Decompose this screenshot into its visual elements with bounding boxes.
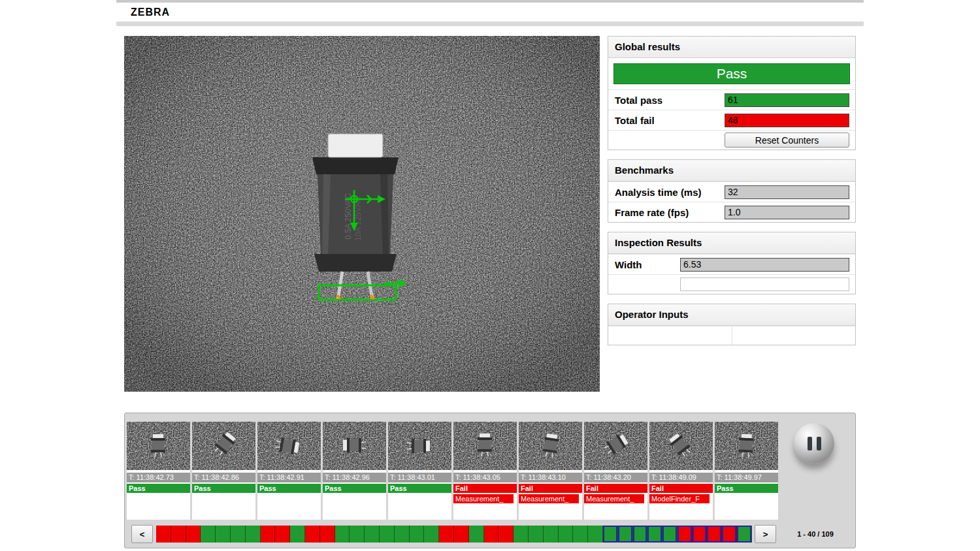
strip-segment[interactable] xyxy=(261,526,276,543)
strip-segment[interactable] xyxy=(171,526,186,543)
strip-segment[interactable] xyxy=(544,526,559,543)
camera-image: 0.5A 250VAC 10A 125VAC xyxy=(124,36,600,392)
inspection-results-title: Inspection Results xyxy=(608,232,855,254)
strip-segment[interactable] xyxy=(365,526,380,543)
inspection-results-section: Inspection Results Width 6.53 xyxy=(608,232,856,294)
strip-segment[interactable] xyxy=(201,526,216,543)
thumbnail-image xyxy=(257,422,321,470)
strip-segment[interactable] xyxy=(618,526,633,543)
strip-segment[interactable] xyxy=(498,526,514,543)
strip-segment[interactable] xyxy=(320,526,335,543)
thumbnail-image xyxy=(127,422,190,470)
total-pass-label: Total pass xyxy=(608,95,725,106)
thumbnail-image xyxy=(388,422,451,470)
strip-segment[interactable] xyxy=(439,526,454,543)
thumbnail-item[interactable]: T: 11:38:43.05 Fail Measurement_ xyxy=(453,422,517,520)
prev-page-button[interactable]: < xyxy=(131,525,153,543)
frame-rate-value: 1.0 xyxy=(725,206,849,219)
brand-bar: ZEBRA xyxy=(116,3,864,22)
thumbnail-timestamp: T: 11:38:42.96 xyxy=(323,473,386,482)
strip-segment[interactable] xyxy=(662,526,678,543)
analysis-time-label: Analysis time (ms) xyxy=(608,187,725,198)
strip-segment[interactable] xyxy=(305,526,320,543)
strip-segment[interactable] xyxy=(216,526,231,543)
result-history-strip xyxy=(156,526,752,543)
thumbnail-item[interactable]: T: 11:38:49.09 Fail ModelFinder_F xyxy=(649,422,713,520)
strip-segment[interactable] xyxy=(186,526,201,543)
thumbnail-timestamp: T: 11:38:43.05 xyxy=(453,473,517,482)
strip-segment[interactable] xyxy=(737,526,752,543)
thumbnail-fail-detail: Measurement_ xyxy=(584,494,644,503)
analysis-time-value: 32 xyxy=(725,185,849,199)
strip-segment[interactable] xyxy=(529,526,544,543)
strip-segment[interactable] xyxy=(484,526,499,543)
width-label: Width xyxy=(608,259,680,270)
thumbnail-timestamp: T: 11:38:42.73 xyxy=(127,473,190,482)
thumbnail-timestamp: T: 11:38:49.97 xyxy=(715,473,778,482)
thumbnail-timestamp: T: 11:38:43.01 xyxy=(388,473,451,482)
thumbnail-item[interactable]: T: 11:38:43.10 Fail Measurement_ xyxy=(519,422,582,520)
thumbnail-item[interactable]: T: 11:38:42.91 Pass xyxy=(257,422,321,520)
strip-segment[interactable] xyxy=(275,526,290,543)
strip-segment[interactable] xyxy=(693,526,708,543)
thumbnail-timestamp: T: 11:38:43.20 xyxy=(584,473,647,482)
strip-segment[interactable] xyxy=(707,526,722,543)
thumbnail-image xyxy=(192,422,255,470)
thumbnail-timestamp: T: 11:38:42.86 xyxy=(192,473,255,482)
strip-segment[interactable] xyxy=(335,526,350,543)
strip-segment[interactable] xyxy=(588,526,603,543)
pause-icon xyxy=(817,437,821,450)
frame-rate-label: Frame rate (fps) xyxy=(608,207,725,218)
thumbnail-image xyxy=(519,422,582,470)
strip-segment[interactable] xyxy=(156,526,171,543)
thumbnail-image xyxy=(453,422,517,470)
total-fail-label: Total fail xyxy=(608,115,725,126)
strip-segment[interactable] xyxy=(633,526,648,543)
thumbnail-status: Fail xyxy=(649,484,713,493)
strip-segment[interactable] xyxy=(350,526,365,543)
strip-segment[interactable] xyxy=(647,526,662,543)
thumbnail-item[interactable]: T: 11:38:43.20 Fail Measurement_ xyxy=(584,422,647,520)
thumbnail-status: Pass xyxy=(257,484,321,493)
app-window: ZEBRA xyxy=(0,0,980,551)
operator-input-cell-1 xyxy=(608,326,732,345)
thumbnail-status: Pass xyxy=(192,484,255,493)
strip-segment[interactable] xyxy=(290,526,305,543)
strip-segment[interactable] xyxy=(395,526,410,543)
thumbnail-status: Pass xyxy=(715,484,778,493)
strip-segment[interactable] xyxy=(410,526,425,543)
thumbnail-item[interactable]: T: 11:38:49.97 Pass xyxy=(715,422,778,520)
strip-segment[interactable] xyxy=(722,526,737,543)
next-page-button[interactable]: > xyxy=(755,525,776,543)
zebra-logo: ZEBRA xyxy=(131,7,170,18)
strip-segment[interactable] xyxy=(603,526,618,543)
strip-segment[interactable] xyxy=(469,526,484,543)
inspection-empty-value xyxy=(680,277,849,291)
thumbnail-item[interactable]: T: 11:38:42.96 Pass xyxy=(323,422,386,520)
global-results-title: Global results xyxy=(608,37,855,58)
thumbnail-fail-detail: ModelFinder_F xyxy=(649,494,710,503)
strip-segment[interactable] xyxy=(424,526,439,543)
strip-segment[interactable] xyxy=(573,526,588,543)
page-range-label: 1 - 40 / 109 xyxy=(783,525,848,543)
strip-segment[interactable] xyxy=(514,526,529,543)
strip-segment[interactable] xyxy=(231,526,246,543)
thumbnail-item[interactable]: T: 11:38:42.73 Pass xyxy=(127,422,190,520)
thumbnail-timestamp: T: 11:38:42.91 xyxy=(257,473,321,482)
strip-segment[interactable] xyxy=(246,526,261,543)
strip-segment[interactable] xyxy=(380,526,395,543)
thumbnail-item[interactable]: T: 11:38:43.01 Pass xyxy=(388,422,451,520)
operator-inputs-section: Operator Inputs xyxy=(608,304,856,345)
camera-view: 0.5A 250VAC 10A 125VAC xyxy=(124,36,600,392)
strip-segment[interactable] xyxy=(559,526,574,543)
header-divider xyxy=(116,22,864,26)
strip-segment[interactable] xyxy=(454,526,469,543)
strip-segment[interactable] xyxy=(678,526,693,543)
thumbnail-status: Pass xyxy=(323,484,386,493)
thumbnail-item[interactable]: T: 11:38:42.86 Pass xyxy=(192,422,255,520)
reset-counters-button[interactable]: Reset Counters xyxy=(725,133,849,148)
thumbnail-image xyxy=(323,422,386,470)
width-value: 6.53 xyxy=(680,258,849,272)
thumbnail-image xyxy=(715,422,778,470)
pause-button[interactable] xyxy=(794,423,834,464)
